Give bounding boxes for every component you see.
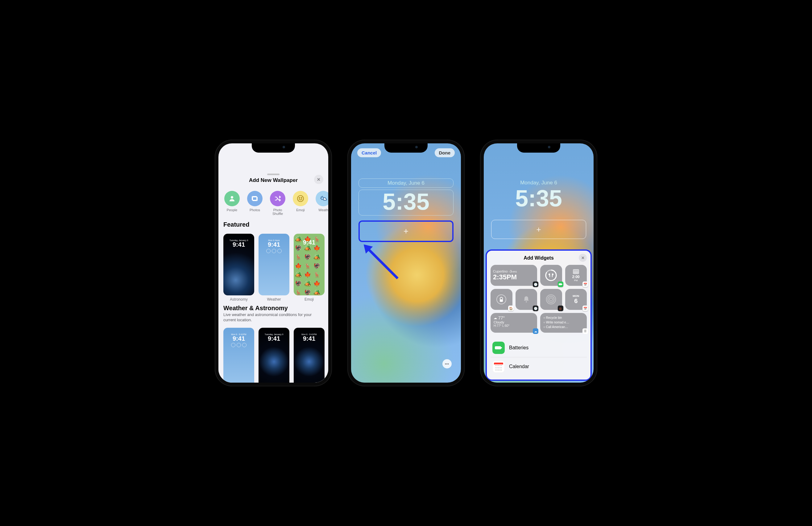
thumb-astronomy[interactable]: Tuesday, January 9 9:41 Astronomy (223, 234, 254, 302)
category-weather[interactable]: Weath (314, 191, 328, 215)
people-icon (224, 191, 240, 206)
add-widgets-panel: Add Widgets ✕ Cupertino -3HRS 2:35PM 🕐 (485, 250, 592, 381)
svg-rect-19 (495, 346, 501, 349)
thumb-date: Mon 6 · 9:41PM (294, 333, 324, 335)
edit-top-bar: Cancel Done (351, 148, 461, 157)
category-emoji[interactable]: Emoji (291, 191, 310, 215)
svg-point-4 (299, 198, 300, 198)
widget-batteries[interactable] (540, 265, 562, 286)
thumb-time: 9:41 (294, 239, 324, 245)
widget-next-event[interactable]: 2:00 PM 📅 (565, 265, 587, 286)
thumb-emoji[interactable]: 9:41 Emoji (294, 234, 324, 302)
thumb-label: Emoji (304, 297, 314, 302)
thumb-date: Mon 6 Haze (259, 239, 289, 241)
svg-point-0 (231, 196, 233, 198)
batteries-icon (492, 342, 505, 354)
widget-world-clock[interactable]: Cupertino -3HRS 2:35PM 🕐 (491, 265, 537, 286)
calendar-icon (573, 269, 579, 274)
phone-1-frame: Add New Wallpaper ✕ People Photos (215, 140, 332, 386)
panel-title: Add Widgets (524, 255, 554, 261)
thumb-wa-1[interactable]: Mon 6 · 9:41PM 9:41 (223, 328, 254, 382)
add-widget-slot-highlighted[interactable]: + (359, 221, 453, 242)
category-label: People (227, 208, 237, 212)
thumb-wa-3[interactable]: Mon 6 · 9:41PM 9:41 (294, 328, 324, 382)
svg-rect-12 (574, 271, 578, 271)
thumb-preview: Mon 6 · 9:41PM 9:41 (223, 328, 254, 382)
emoji-icon (293, 191, 308, 206)
close-icon: ✕ (581, 256, 585, 260)
panel-close-button[interactable]: ✕ (579, 254, 587, 262)
weather-app-icon: ☁︎ (533, 328, 538, 334)
category-people[interactable]: People (223, 191, 241, 215)
done-button[interactable]: Done (435, 148, 455, 157)
cancel-button[interactable]: Cancel (357, 148, 381, 157)
bell-icon (522, 295, 531, 304)
fitness-app-icon: ◎ (558, 305, 563, 311)
calendar-app-icon: 📅 (582, 305, 588, 311)
app-label: Calendar (509, 364, 529, 370)
lockscreen-date-slot[interactable]: Monday, June 6 (359, 179, 453, 188)
plus-icon: + (536, 225, 541, 234)
widget-reminders[interactable]: ○ Recycle bin ○ Write nomad e… ○ Call Am… (540, 313, 587, 333)
widget-alarm[interactable]: 🕐 (516, 289, 537, 310)
widget-date[interactable]: MON 6 📅 (565, 289, 587, 310)
clock-time: 2:35PM (493, 273, 535, 281)
panel-header: Add Widgets ✕ (491, 254, 587, 262)
batteries-app-icon (558, 282, 563, 287)
phone-2-screen: Cancel Done Monday, June 6 5:35 + ••• (351, 144, 461, 382)
svg-point-3 (298, 195, 304, 202)
clock-offset: -3 (509, 269, 512, 273)
close-button[interactable]: ✕ (314, 175, 323, 184)
widget-fitness[interactable]: ◎ (540, 289, 562, 310)
weather-astronomy-thumbs: Mon 6 · 9:41PM 9:41 Tuesday, January 9 9… (218, 325, 328, 382)
rings-icon (546, 294, 556, 305)
thumb-time: 9:41 (259, 241, 289, 247)
calendar-icon: • • • • •• • • • •• • • • • (492, 360, 505, 373)
thumb-weather[interactable]: Mon 6 Haze 9:41 Weather (259, 234, 289, 302)
calendar-app-icon: 📅 (582, 282, 588, 287)
svg-rect-14 (500, 299, 503, 302)
widget-app-list: Batteries • • • • •• • • • •• • • • • Ca… (491, 338, 587, 376)
add-widget-slot[interactable]: + (491, 220, 586, 239)
widget-home-lock[interactable]: 🏠 (491, 289, 512, 310)
cal-day: MON (572, 295, 579, 298)
thumb-label: Weather (267, 297, 281, 302)
weather-astronomy-section: Weather & Astronomy Live weather and ast… (218, 302, 328, 325)
reminder-item: ○ Write nomad e… (543, 320, 584, 325)
lockscreen-date: Monday, June 6 (388, 180, 424, 186)
phone-2-frame: Cancel Done Monday, June 6 5:35 + ••• (347, 140, 465, 386)
shuffle-icon (270, 191, 285, 206)
category-photo-shuffle[interactable]: Photo Shuffle (269, 191, 287, 215)
weather-hilo: H:77° L:60° (494, 324, 534, 328)
reminder-item: ○ Call American… (543, 325, 584, 329)
featured-thumbs: Tuesday, January 9 9:41 Astronomy Mon 6 … (218, 231, 328, 302)
reminder-item: ○ Recycle bin (543, 315, 584, 320)
app-label: Batteries (509, 345, 528, 350)
clock-app-icon: 🕐 (533, 305, 538, 311)
category-photos[interactable]: Photos (246, 191, 264, 215)
thumb-time: 9:41 (223, 241, 254, 247)
close-icon: ✕ (317, 177, 321, 182)
category-label: Photos (250, 208, 260, 212)
phone-3-screen: Monday, June 6 5:35 + Add Widgets ✕ Cupe… (484, 144, 594, 382)
more-button[interactable]: ••• (443, 359, 452, 369)
thumb-date: Tuesday, January 9 (259, 333, 289, 335)
weather-icon (316, 191, 328, 206)
thumb-wa-2[interactable]: Tuesday, January 9 9:41 (259, 328, 289, 382)
widget-weather-detail[interactable]: ☁︎77° Cloudy H:77° L:60° ☁︎ (491, 313, 537, 333)
thumb-label: Astronomy (230, 297, 247, 302)
thumb-time: 9:41 (259, 335, 289, 342)
sheet-title: Add New Wallpaper (249, 177, 298, 183)
lock-icon (496, 294, 507, 305)
weather-astronomy-heading: Weather & Astronomy (223, 305, 323, 312)
svg-rect-20 (501, 347, 502, 348)
thumb-date: Tuesday, January 9 (223, 239, 254, 241)
category-label: Weath (318, 208, 328, 212)
app-row-calendar[interactable]: • • • • •• • • • •• • • • • Calendar (491, 357, 587, 376)
category-label: Photo Shuffle (269, 208, 287, 215)
lockscreen-time-slot[interactable]: 5:35 (359, 190, 453, 215)
thumb-preview: Mon 6 · 9:41PM 9:41 (294, 328, 324, 382)
app-row-batteries[interactable]: Batteries (491, 338, 587, 357)
svg-rect-9 (559, 283, 562, 285)
ellipsis-icon: ••• (445, 362, 449, 366)
